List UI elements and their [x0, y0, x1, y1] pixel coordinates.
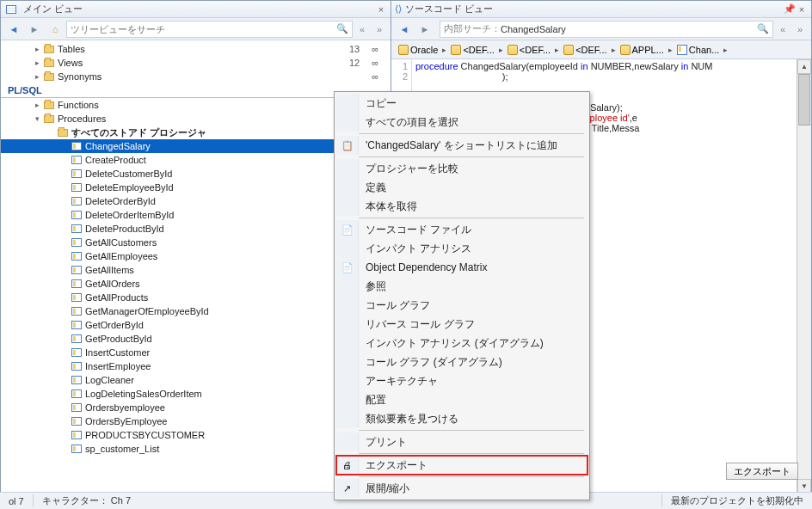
expand-button[interactable]: » — [372, 21, 387, 37]
menu-item--[interactable]: 定義 — [336, 178, 587, 197]
src-back-button[interactable]: ◄ — [395, 20, 414, 39]
proc-icon — [70, 360, 83, 372]
home-button[interactable]: ⌂ — [47, 21, 63, 37]
breadcrumb-icon — [398, 45, 409, 55]
tree-item-getallemployees[interactable]: GetAllEmployees — [1, 249, 391, 263]
search-prefix: 内部サーチ： — [444, 22, 501, 35]
source-search-input[interactable] — [501, 24, 757, 34]
menu-item--[interactable]: ↗展開/縮小 — [336, 479, 587, 498]
scroll-up-icon[interactable]: ▲ — [797, 59, 811, 74]
tree-item-createproduct[interactable]: CreateProduct — [1, 153, 391, 167]
chevron-right-icon[interactable]: ▸ — [611, 46, 617, 54]
tree-item-views[interactable]: ▸Views12∞ — [1, 56, 391, 70]
breadcrumb-label: <DEF... — [575, 45, 606, 55]
menu-item--[interactable]: コール グラフ (ダイアグラム) — [336, 353, 587, 371]
tree-item-getallitems[interactable]: GetAllItems — [1, 263, 391, 277]
chevron-right-icon[interactable]: ▸ — [723, 46, 729, 54]
source-search[interactable]: 内部サーチ： 🔍 — [440, 21, 773, 38]
tree-item-sp-customer-list[interactable]: sp_customer_List — [1, 442, 391, 456]
proc-icon — [70, 181, 83, 193]
menu-item--[interactable]: 📄ソースコード ファイル — [336, 220, 587, 239]
tree-item-deleteorderitembyid[interactable]: DeleteOrderItemById — [1, 208, 391, 222]
menu-label: インパクト アナリシス (ダイアグラム) — [359, 336, 587, 351]
tree-search[interactable]: 🔍 — [66, 21, 353, 38]
menu-icon — [336, 296, 359, 315]
collapse-button[interactable]: « — [354, 21, 370, 37]
main-toolbar: ◄ ► ⌂ 🔍 « » — [1, 18, 391, 40]
tree-item-procedures[interactable]: ▾Procedures30 — [1, 112, 391, 126]
menu-item--[interactable]: 🖨エクスポート — [336, 456, 587, 475]
tree-item-changedsalary[interactable]: ChangedSalary — [1, 139, 391, 153]
tree-item-ordersbyemployee[interactable]: OrdersByEmployee — [1, 414, 391, 428]
menu-item--[interactable]: アーキテクチャ — [336, 371, 587, 390]
breadcrumb-item[interactable]: <DEF... — [447, 45, 497, 55]
menu-item--[interactable]: コピー — [336, 94, 587, 113]
breadcrumb-label: <DEF... — [463, 45, 494, 55]
menu-item--[interactable]: 配置 — [336, 390, 587, 409]
menu-item--[interactable]: プロシジャーを比較 — [336, 159, 587, 178]
tree-item-getallorders[interactable]: GetAllOrders — [1, 277, 391, 291]
menu-icon — [336, 113, 359, 132]
breadcrumb-item[interactable]: <DEF... — [504, 45, 554, 55]
tree-item-deleteemployeebyid[interactable]: DeleteEmployeeById — [1, 181, 391, 194]
menu-item--[interactable]: インパクト アナリシス (ダイアグラム) — [336, 334, 587, 353]
menu-icon — [336, 371, 359, 390]
tree-item-deleteorderbyid[interactable]: DeleteOrderById — [1, 194, 391, 208]
chevron-right-icon[interactable]: ▸ — [441, 46, 447, 54]
tree-item-getproductbyid[interactable]: GetProductById — [1, 332, 391, 346]
tree-item-getallcustomers[interactable]: GetAllCustomers — [1, 236, 391, 249]
menu-item--[interactable]: プリント — [336, 432, 587, 451]
export-button[interactable]: エクスポート — [726, 463, 798, 480]
source-view-close-icon[interactable]: × — [796, 4, 808, 15]
chevron-right-icon[interactable]: ▸ — [498, 46, 504, 54]
tree-item-productsbycustomer[interactable]: PRODUCTSBYCUSTOMER — [1, 428, 391, 442]
forward-button[interactable]: ► — [25, 20, 44, 39]
tree-item-getallproducts[interactable]: GetAllProducts — [1, 291, 391, 304]
folder-icon — [56, 126, 70, 138]
tree-item--[interactable]: すべてのストアド プロシージャ — [1, 126, 391, 139]
breadcrumb-item[interactable]: Chan... — [674, 45, 723, 55]
src-forward-button[interactable]: ► — [415, 20, 434, 39]
menu-icon — [336, 334, 359, 353]
tree-item-logdeletingsalesorderitem[interactable]: LogDeletingSalesOrderItem — [1, 387, 391, 401]
menu-item--[interactable]: すべての項目を選択 — [336, 113, 587, 132]
tree-item-insertemployee[interactable]: InsertEmployee — [1, 359, 391, 373]
tree-item-synonyms[interactable]: ▸Synonyms∞ — [1, 70, 391, 83]
folder-icon — [42, 113, 56, 125]
search-icon[interactable]: 🔍 — [757, 23, 769, 34]
tree-item-getmanagerofemployeebyid[interactable]: GetManagerOfEmployeeById — [1, 304, 391, 318]
menu-item--changedsalary-[interactable]: 📋'ChangedSalary' をショートリストに追加 — [336, 136, 587, 155]
menu-item--[interactable]: リバース コール グラフ — [336, 315, 587, 334]
menu-item--[interactable]: 類似要素を見つける — [336, 409, 587, 428]
tree-item-insertcustomer[interactable]: InsertCustomer — [1, 346, 391, 359]
menu-item--[interactable]: コール グラフ — [336, 296, 587, 315]
breadcrumb[interactable]: Oracle▸<DEF...▸<DEF...▸<DEF...▸APPL...▸C… — [391, 40, 811, 59]
menu-item-object-dependency-matrix[interactable]: 📄Object Dependency Matrix — [336, 258, 587, 277]
search-icon[interactable]: 🔍 — [336, 23, 348, 34]
tree-item-ordersbyemployee[interactable]: Ordersbyemployee — [1, 401, 391, 414]
tree-search-input[interactable] — [71, 24, 336, 34]
back-button[interactable]: ◄ — [4, 20, 23, 39]
tree-item-logcleaner[interactable]: LogCleaner — [1, 373, 391, 387]
chevron-right-icon[interactable]: ▸ — [554, 46, 560, 54]
tree-item-functions[interactable]: ▸Functions14 — [1, 98, 391, 112]
tree-item-deletecustomerbyid[interactable]: DeleteCustomerById — [1, 167, 391, 181]
pin-icon[interactable]: 📌 — [784, 3, 796, 15]
tree-item-tables[interactable]: ▸Tables13∞ — [1, 42, 391, 56]
breadcrumb-item[interactable]: Oracle — [395, 45, 441, 55]
tree-item-getorderbyid[interactable]: GetOrderById — [1, 318, 391, 332]
menu-item--[interactable]: 参照 — [336, 277, 587, 296]
v-scrollbar[interactable]: ▲ ▼ — [797, 59, 811, 494]
menu-separator — [359, 156, 584, 157]
chevron-right-icon[interactable]: ▸ — [667, 46, 674, 54]
breadcrumb-item[interactable]: <DEF... — [560, 45, 610, 55]
context-menu[interactable]: コピーすべての項目を選択📋'ChangedSalary' をショートリストに追加… — [334, 91, 590, 500]
menu-item--[interactable]: インパクト アナリシス — [336, 239, 587, 258]
menu-item--[interactable]: 本体を取得 — [336, 197, 587, 216]
tree-item-deleteproductbyid[interactable]: DeleteProductById — [1, 222, 391, 236]
menu-label: プリント — [359, 435, 587, 450]
src-collapse-button[interactable]: « — [775, 21, 790, 37]
src-expand-button[interactable]: » — [792, 21, 808, 37]
breadcrumb-item[interactable]: APPL... — [617, 45, 667, 55]
main-view-close-icon[interactable]: × — [375, 4, 387, 15]
